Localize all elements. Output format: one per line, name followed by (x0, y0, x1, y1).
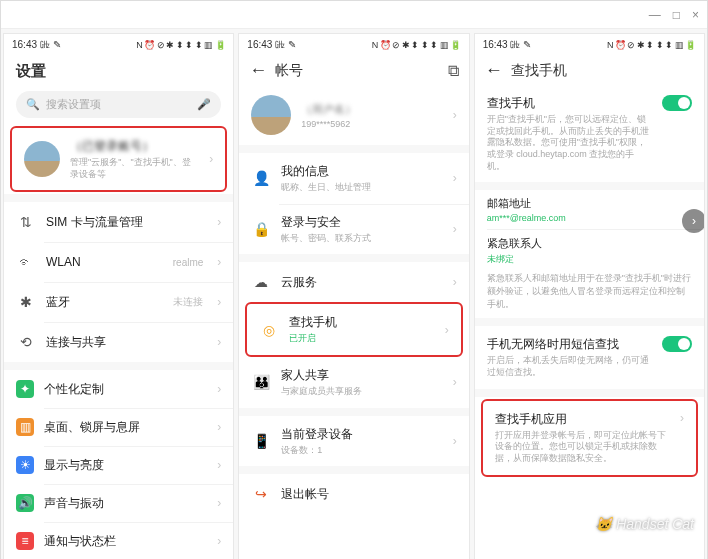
minimize-button[interactable]: — (649, 8, 661, 22)
account-sub: 管理"云服务"、"查找手机"、登录设备等 (70, 157, 195, 180)
phone-screen-find-phone: 16:43 ㎓ ✎ N ⏰ ⊘ ✱ ⬍ ⬍ ⬍ ▥ 🔋 ← 查找手机 查找手机 … (474, 33, 705, 559)
contact-note: 紧急联系人和邮箱地址用于在登录"查找手机"时进行额外验证，以避免他人冒名登录而远… (475, 272, 704, 318)
list-icon: ≡ (16, 532, 34, 550)
back-button[interactable]: ← (249, 60, 267, 81)
status-bar: 16:43 ㎓ ✎ N ⏰ ⊘ ✱ ⬍ ⬍ ⬍ ▥ 🔋 (239, 34, 468, 56)
settings-list-network: ⇅ SIM 卡与流量管理 › ᯤ WLAN realme › ✱ 蓝牙 未连接 … (4, 202, 233, 362)
highlight-find-phone-row: ◎ 查找手机 已开启 › (245, 302, 462, 357)
phone-icon: 📱 (251, 431, 271, 451)
share-icon: ⟲ (16, 332, 36, 352)
brightness-row[interactable]: ☀ 显示与亮度 › (4, 446, 233, 484)
find-phone-app-row[interactable]: 查找手机应用 打开应用并登录帐号后，即可定位此帐号下设备的位置。您也可以锁定手机… (483, 401, 696, 475)
status-bar: 16:43 ㎓ ✎ N ⏰ ⊘ ✱ ⬍ ⬍ ⬍ ▥ 🔋 (475, 34, 704, 56)
family-share-row[interactable]: 👪 家人共享 与家庭成员共享服务 › (239, 357, 468, 408)
highlight-find-phone-app-row: 查找手机应用 打开应用并登录帐号后，即可定位此帐号下设备的位置。您也可以锁定手机… (481, 399, 698, 477)
watermark: 🐱 Handset Cat (595, 516, 694, 532)
chevron-right-icon: › (209, 152, 213, 166)
settings-list-display: ✦ 个性化定制 › ▥ 桌面、锁屏与息屏 › ☀ 显示与亮度 › 🔊 声音与振动 (4, 370, 233, 559)
page-title: 帐号 (275, 62, 303, 80)
logout-icon: ↪ (251, 484, 271, 504)
lock-icon: 🔒 (251, 219, 271, 239)
sim-icon: ⇅ (16, 212, 36, 232)
phone-screen-account: 16:43 ㎓ ✎ N ⏰ ⊘ ✱ ⬍ ⬍ ⬍ ▥ 🔋 ← 帐号 ⧉ （用户名）… (238, 33, 469, 559)
page-title: 设置 (4, 56, 233, 85)
desktop-row[interactable]: ▥ 桌面、锁屏与息屏 › (4, 408, 233, 446)
mic-icon: 🎤 (197, 98, 211, 111)
account-name: （用户名） (301, 102, 356, 117)
find-phone-toggle-row: 查找手机 开启"查找手机"后，您可以远程定位、锁定或找回此手机。从而防止丢失的手… (475, 85, 704, 182)
family-icon: 👪 (251, 372, 271, 392)
scan-icon[interactable]: ⧉ (448, 62, 459, 80)
maximize-button[interactable]: □ (673, 8, 680, 22)
logout-row[interactable]: ↪ 退出帐号 (239, 474, 468, 514)
find-phone-row[interactable]: ◎ 查找手机 已开启 › (247, 304, 460, 355)
back-button[interactable]: ← (485, 60, 503, 81)
my-info-row[interactable]: 👤 我的信息 昵称、生日、地址管理 › (239, 153, 468, 204)
phone-screen-settings: 16:43 ㎓ ✎ N ⏰ ⊘ ✱ ⬍ ⬍ ⬍ ▥ 🔋 设置 🔍 搜索设置项 🎤… (3, 33, 234, 559)
account-row[interactable]: （已登录账号） 管理"云服务"、"查找手机"、登录设备等 › (12, 128, 225, 190)
target-icon: ◎ (259, 320, 279, 340)
wlan-row[interactable]: ᯤ WLAN realme › (4, 242, 233, 282)
find-phone-toggle[interactable] (662, 95, 692, 111)
bluetooth-icon: ✱ (16, 292, 36, 312)
email-row[interactable]: 邮箱地址 am***@realme.com (475, 190, 704, 229)
avatar (24, 141, 60, 177)
personalize-row[interactable]: ✦ 个性化定制 › (4, 370, 233, 408)
sparkle-icon: ✦ (16, 380, 34, 398)
sun-icon: ☀ (16, 456, 34, 474)
emergency-contact-row[interactable]: 紧急联系人 未绑定 (475, 230, 704, 272)
os-window-controls: — □ × (1, 1, 707, 29)
cat-icon: 🐱 (595, 516, 612, 532)
person-icon: 👤 (251, 168, 271, 188)
account-name: （已登录账号） (70, 138, 195, 155)
sms-find-toggle-row: 手机无网络时用短信查找 开启后，本机丢失后即使无网络，仍可通过短信查找。 (475, 326, 704, 388)
account-phone: 199****5962 (301, 119, 356, 129)
page-title: 查找手机 (511, 62, 567, 80)
grid-icon: ▥ (16, 418, 34, 436)
sim-row[interactable]: ⇅ SIM 卡与流量管理 › (4, 202, 233, 242)
close-button[interactable]: × (692, 8, 699, 22)
login-security-row[interactable]: 🔒 登录与安全 帐号、密码、联系方式 › (239, 204, 468, 255)
sms-find-toggle[interactable] (662, 336, 692, 352)
carousel-next-button[interactable]: › (682, 209, 705, 233)
speaker-icon: 🔊 (16, 494, 34, 512)
search-placeholder: 搜索设置项 (46, 97, 101, 112)
status-bar: 16:43 ㎓ ✎ N ⏰ ⊘ ✱ ⬍ ⬍ ⬍ ▥ 🔋 (4, 34, 233, 56)
share-row[interactable]: ⟲ 连接与共享 › (4, 322, 233, 362)
cloud-service-row[interactable]: ☁ 云服务 › (239, 262, 468, 302)
search-icon: 🔍 (26, 98, 40, 111)
search-input[interactable]: 🔍 搜索设置项 🎤 (16, 91, 221, 118)
avatar (251, 95, 291, 135)
wifi-icon: ᯤ (16, 252, 36, 272)
bluetooth-row[interactable]: ✱ 蓝牙 未连接 › (4, 282, 233, 322)
highlight-account-row: （已登录账号） 管理"云服务"、"查找手机"、登录设备等 › (10, 126, 227, 192)
sound-row[interactable]: 🔊 声音与振动 › (4, 484, 233, 522)
notifications-row[interactable]: ≡ 通知与状态栏 › (4, 522, 233, 559)
devices-row[interactable]: 📱 当前登录设备 设备数：1 › (239, 416, 468, 467)
cloud-icon: ☁ (251, 272, 271, 292)
account-card[interactable]: （用户名） 199****5962 › (239, 85, 468, 145)
